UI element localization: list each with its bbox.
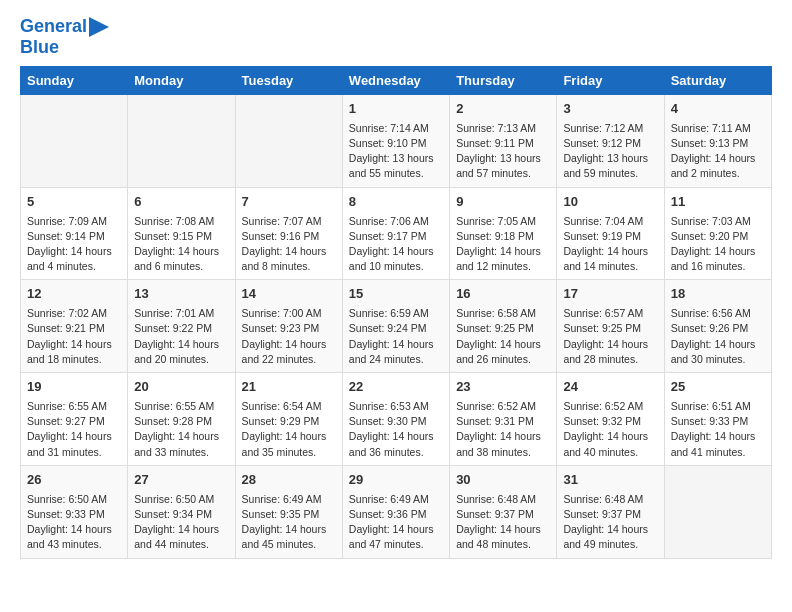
sunset-line: Sunset: 9:13 PM <box>671 137 749 149</box>
daylight-line: Daylight: 14 hours and 49 minutes. <box>563 523 648 550</box>
week-row-4: 19Sunrise: 6:55 AMSunset: 9:27 PMDayligh… <box>21 373 772 466</box>
daylight-line: Daylight: 14 hours and 8 minutes. <box>242 245 327 272</box>
col-header-wednesday: Wednesday <box>342 66 449 94</box>
day-number: 23 <box>456 378 550 397</box>
daylight-line: Daylight: 14 hours and 36 minutes. <box>349 430 434 457</box>
sunrise-line: Sunrise: 6:48 AM <box>563 493 643 505</box>
sunrise-line: Sunrise: 7:06 AM <box>349 215 429 227</box>
day-number: 11 <box>671 193 765 212</box>
day-number: 26 <box>27 471 121 490</box>
week-row-3: 12Sunrise: 7:02 AMSunset: 9:21 PMDayligh… <box>21 280 772 373</box>
day-cell: 16Sunrise: 6:58 AMSunset: 9:25 PMDayligh… <box>450 280 557 373</box>
sunset-line: Sunset: 9:25 PM <box>456 322 534 334</box>
sunset-line: Sunset: 9:37 PM <box>563 508 641 520</box>
day-number: 24 <box>563 378 657 397</box>
daylight-line: Daylight: 14 hours and 10 minutes. <box>349 245 434 272</box>
day-cell: 8Sunrise: 7:06 AMSunset: 9:17 PMDaylight… <box>342 187 449 280</box>
sunrise-line: Sunrise: 6:49 AM <box>349 493 429 505</box>
logo-arrow-icon <box>89 17 109 37</box>
day-cell: 18Sunrise: 6:56 AMSunset: 9:26 PMDayligh… <box>664 280 771 373</box>
day-cell: 28Sunrise: 6:49 AMSunset: 9:35 PMDayligh… <box>235 465 342 558</box>
daylight-line: Daylight: 14 hours and 41 minutes. <box>671 430 756 457</box>
daylight-line: Daylight: 14 hours and 31 minutes. <box>27 430 112 457</box>
sunset-line: Sunset: 9:24 PM <box>349 322 427 334</box>
sunset-line: Sunset: 9:14 PM <box>27 230 105 242</box>
sunrise-line: Sunrise: 6:56 AM <box>671 307 751 319</box>
daylight-line: Daylight: 13 hours and 55 minutes. <box>349 152 434 179</box>
sunset-line: Sunset: 9:22 PM <box>134 322 212 334</box>
day-number: 19 <box>27 378 121 397</box>
daylight-line: Daylight: 14 hours and 14 minutes. <box>563 245 648 272</box>
day-cell: 31Sunrise: 6:48 AMSunset: 9:37 PMDayligh… <box>557 465 664 558</box>
sunset-line: Sunset: 9:25 PM <box>563 322 641 334</box>
day-number: 28 <box>242 471 336 490</box>
day-cell: 10Sunrise: 7:04 AMSunset: 9:19 PMDayligh… <box>557 187 664 280</box>
day-number: 18 <box>671 285 765 304</box>
day-number: 13 <box>134 285 228 304</box>
day-cell: 13Sunrise: 7:01 AMSunset: 9:22 PMDayligh… <box>128 280 235 373</box>
daylight-line: Daylight: 14 hours and 28 minutes. <box>563 338 648 365</box>
day-cell: 4Sunrise: 7:11 AMSunset: 9:13 PMDaylight… <box>664 94 771 187</box>
day-number: 30 <box>456 471 550 490</box>
sunrise-line: Sunrise: 6:53 AM <box>349 400 429 412</box>
week-row-5: 26Sunrise: 6:50 AMSunset: 9:33 PMDayligh… <box>21 465 772 558</box>
sunset-line: Sunset: 9:18 PM <box>456 230 534 242</box>
sunset-line: Sunset: 9:11 PM <box>456 137 534 149</box>
daylight-line: Daylight: 13 hours and 57 minutes. <box>456 152 541 179</box>
sunrise-line: Sunrise: 6:59 AM <box>349 307 429 319</box>
sunrise-line: Sunrise: 7:03 AM <box>671 215 751 227</box>
day-number: 15 <box>349 285 443 304</box>
sunset-line: Sunset: 9:12 PM <box>563 137 641 149</box>
day-cell: 2Sunrise: 7:13 AMSunset: 9:11 PMDaylight… <box>450 94 557 187</box>
sunset-line: Sunset: 9:15 PM <box>134 230 212 242</box>
daylight-line: Daylight: 14 hours and 6 minutes. <box>134 245 219 272</box>
day-number: 21 <box>242 378 336 397</box>
day-cell: 23Sunrise: 6:52 AMSunset: 9:31 PMDayligh… <box>450 373 557 466</box>
col-header-thursday: Thursday <box>450 66 557 94</box>
sunset-line: Sunset: 9:30 PM <box>349 415 427 427</box>
sunset-line: Sunset: 9:16 PM <box>242 230 320 242</box>
day-cell: 30Sunrise: 6:48 AMSunset: 9:37 PMDayligh… <box>450 465 557 558</box>
sunrise-line: Sunrise: 6:55 AM <box>27 400 107 412</box>
day-number: 9 <box>456 193 550 212</box>
sunrise-line: Sunrise: 7:13 AM <box>456 122 536 134</box>
day-cell: 11Sunrise: 7:03 AMSunset: 9:20 PMDayligh… <box>664 187 771 280</box>
sunrise-line: Sunrise: 7:04 AM <box>563 215 643 227</box>
day-number: 6 <box>134 193 228 212</box>
sunrise-line: Sunrise: 6:58 AM <box>456 307 536 319</box>
sunrise-line: Sunrise: 7:08 AM <box>134 215 214 227</box>
logo-general: General <box>20 16 87 36</box>
day-number: 22 <box>349 378 443 397</box>
day-cell <box>664 465 771 558</box>
week-row-1: 1Sunrise: 7:14 AMSunset: 9:10 PMDaylight… <box>21 94 772 187</box>
daylight-line: Daylight: 14 hours and 2 minutes. <box>671 152 756 179</box>
sunrise-line: Sunrise: 6:57 AM <box>563 307 643 319</box>
daylight-line: Daylight: 14 hours and 16 minutes. <box>671 245 756 272</box>
sunrise-line: Sunrise: 7:01 AM <box>134 307 214 319</box>
daylight-line: Daylight: 14 hours and 43 minutes. <box>27 523 112 550</box>
sunset-line: Sunset: 9:29 PM <box>242 415 320 427</box>
sunset-line: Sunset: 9:32 PM <box>563 415 641 427</box>
day-number: 25 <box>671 378 765 397</box>
day-cell: 26Sunrise: 6:50 AMSunset: 9:33 PMDayligh… <box>21 465 128 558</box>
days-header-row: SundayMondayTuesdayWednesdayThursdayFrid… <box>21 66 772 94</box>
sunrise-line: Sunrise: 6:51 AM <box>671 400 751 412</box>
week-row-2: 5Sunrise: 7:09 AMSunset: 9:14 PMDaylight… <box>21 187 772 280</box>
col-header-saturday: Saturday <box>664 66 771 94</box>
page-header: General Blue <box>20 16 772 58</box>
day-number: 10 <box>563 193 657 212</box>
day-number: 7 <box>242 193 336 212</box>
day-number: 20 <box>134 378 228 397</box>
logo-blue: Blue <box>20 37 59 57</box>
daylight-line: Daylight: 14 hours and 22 minutes. <box>242 338 327 365</box>
day-number: 3 <box>563 100 657 119</box>
sunset-line: Sunset: 9:26 PM <box>671 322 749 334</box>
day-cell: 12Sunrise: 7:02 AMSunset: 9:21 PMDayligh… <box>21 280 128 373</box>
sunset-line: Sunset: 9:19 PM <box>563 230 641 242</box>
sunrise-line: Sunrise: 6:50 AM <box>27 493 107 505</box>
day-number: 8 <box>349 193 443 212</box>
daylight-line: Daylight: 14 hours and 4 minutes. <box>27 245 112 272</box>
day-number: 5 <box>27 193 121 212</box>
day-cell: 14Sunrise: 7:00 AMSunset: 9:23 PMDayligh… <box>235 280 342 373</box>
sunset-line: Sunset: 9:27 PM <box>27 415 105 427</box>
